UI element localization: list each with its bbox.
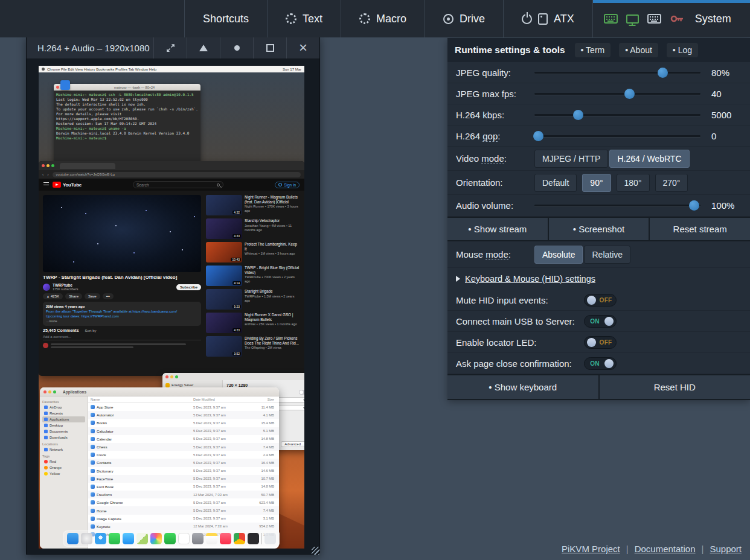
slider-knob[interactable]	[658, 68, 668, 78]
mode-hint-link[interactable]: mode	[486, 249, 508, 260]
toggle-knob	[587, 338, 596, 347]
orientation-row: Orientation: Default 90° 180° 270°	[447, 171, 750, 195]
slider-knob[interactable]	[624, 89, 635, 99]
file-date: 5 Dec 2023, 9:37 am	[193, 453, 249, 457]
nav-atx-label: ATX	[554, 13, 574, 25]
fullscreen-button[interactable]	[153, 37, 187, 59]
file-row: Automator 5 Dec 2023, 9:37 am 4.1 MB	[88, 411, 279, 419]
folder-icon	[44, 412, 48, 415]
nav-item-atx[interactable]: ATX	[503, 0, 592, 37]
terminal-output: Machine-mini:~ mateusz$ ssh -L 8080:loca…	[54, 91, 200, 142]
signin-label: Sign in	[284, 183, 296, 187]
folder-icon	[44, 406, 48, 409]
video-mode-h264-button[interactable]: H.264 / WebRTC	[609, 150, 689, 168]
jpeg-quality-slider[interactable]	[534, 68, 700, 78]
slider-knob[interactable]	[533, 131, 543, 141]
window-resize-handle[interactable]	[312, 547, 319, 555]
action-pill: •••	[103, 293, 114, 299]
gop-hint-link[interactable]: gop	[482, 131, 498, 142]
drive-icon	[443, 14, 454, 24]
orientation-270-button[interactable]: 270°	[655, 174, 688, 192]
screenshot-button[interactable]: • Screenshot	[549, 218, 649, 240]
action-pill: Share	[65, 293, 82, 299]
video-stream[interactable]: Chrome File Edit View History Bookmarks …	[39, 66, 304, 549]
video-thumbnail: 4:32	[206, 195, 242, 215]
file-name: Automator	[97, 413, 193, 417]
minimize-traffic-icon	[170, 375, 173, 378]
orientation-label: Orientation:	[456, 177, 527, 188]
file-size: 3.1 MB	[249, 517, 277, 520]
nav-item-shortcuts[interactable]: Shortcuts	[184, 0, 267, 37]
support-link[interactable]: Support	[710, 544, 742, 554]
finder-sidebar-item: Downloads	[42, 434, 85, 441]
search-icon	[217, 183, 220, 186]
documentation-link[interactable]: Documentation	[635, 544, 696, 554]
stream-window-title: H.264 + Audio – 1920x1080	[27, 37, 153, 59]
log-button[interactable]: • Log	[667, 43, 698, 57]
term-button[interactable]: • Term	[575, 43, 611, 57]
locator-led-toggle[interactable]: OFF	[584, 336, 617, 349]
show-more-link: ...more	[46, 319, 198, 323]
column-date: Date Modified	[193, 398, 249, 401]
settings-titlebar	[162, 373, 304, 380]
mouse-absolute-button[interactable]: Absolute	[534, 246, 583, 264]
reset-hid-button[interactable]: Reset HID	[600, 375, 750, 399]
stream-window: H.264 + Audio – 1920x1080 Chrome File Ed…	[26, 36, 320, 555]
pikvm-project-link[interactable]: PiKVM Project	[562, 544, 620, 554]
tag-dot-icon	[44, 466, 48, 469]
h264-gop-slider[interactable]	[534, 131, 700, 141]
fit-window-button[interactable]	[187, 37, 220, 59]
related-video-item: 4:33 Starship Velociraptor Jonathan Youn…	[206, 218, 300, 239]
orientation-180-button[interactable]: 180°	[617, 174, 650, 192]
dock-separator	[261, 533, 262, 544]
locations-list: Network	[42, 447, 85, 453]
jpeg-max-fps-slider[interactable]	[534, 89, 700, 99]
h264-kbps-slider[interactable]	[534, 110, 700, 120]
nav-item-macro[interactable]: Macro	[341, 0, 425, 37]
sidebar-item-label: Desktop	[50, 424, 63, 427]
about-button[interactable]: • About	[619, 43, 658, 57]
slider-knob[interactable]	[689, 200, 699, 211]
show-keyboard-button[interactable]: • Show keyboard	[447, 375, 598, 399]
connect-usb-toggle[interactable]: ON	[584, 315, 617, 328]
mute-hid-toggle[interactable]: OFF	[584, 294, 617, 307]
mode-hint-link[interactable]: mode	[481, 153, 504, 164]
tag-dot-icon	[44, 472, 48, 476]
locator-led-label: Enable locator LED:	[456, 337, 584, 348]
file-row: Font Book 5 Dec 2023, 9:37 am 14.8 MB	[88, 483, 279, 491]
nav-item-drive[interactable]: Drive	[425, 0, 503, 37]
related-video-title: Starlight Brigade	[245, 289, 300, 294]
show-stream-button[interactable]: • Show stream	[447, 218, 548, 240]
file-date: 5 Dec 2023, 9:37 am	[193, 406, 249, 409]
nav-item-system[interactable]: System	[592, 0, 750, 37]
reset-stream-button[interactable]: Reset stream	[650, 218, 750, 240]
close-confirmation-toggle[interactable]: ON	[584, 357, 617, 370]
top-navbar: Shortcuts Text Macro Drive ATX System	[0, 0, 750, 37]
video-duration-badge: 4:14	[232, 281, 241, 285]
original-size-button[interactable]	[220, 37, 253, 59]
audio-volume-slider[interactable]	[534, 200, 700, 211]
terminal-line: Machine-mini:~ mateusz$	[56, 136, 198, 141]
file-size: 623.4 MB	[249, 501, 277, 504]
orientation-90-button[interactable]: 90°	[582, 174, 611, 192]
maximize-button[interactable]	[253, 37, 286, 59]
nav-item-text[interactable]: Text	[267, 0, 341, 37]
finder-sidebar-item: Desktop	[42, 422, 85, 428]
file-row: Home 5 Dec 2023, 9:37 am 7.4 MB	[88, 506, 279, 514]
file-row: Chess 5 Dec 2023, 9:37 am 7.4 MB	[88, 443, 279, 451]
dock-icon	[150, 533, 162, 544]
close-button[interactable]	[286, 37, 319, 59]
mouse-relative-button[interactable]: Relative	[584, 246, 630, 264]
video-mode-mjpeg-button[interactable]: MJPEG / HTTP	[534, 150, 608, 168]
browser-tab-strip	[39, 161, 304, 170]
stream-titlebar[interactable]: H.264 + Audio – 1920x1080	[27, 37, 319, 59]
hid-settings-row: Keyboard & Mouse (HID) settings	[447, 268, 750, 290]
sidebar-item-label: Downloads	[50, 436, 68, 439]
file-row: Contacts 5 Dec 2023, 9:37 am 16.4 MB	[88, 459, 279, 466]
file-size: 14.8 MB	[249, 437, 277, 441]
video-duration-badge: 3:52	[232, 352, 241, 355]
slider-knob[interactable]	[573, 110, 583, 120]
mute-hid-label: Mute HID input events:	[456, 295, 584, 305]
hid-settings-link[interactable]: Keyboard & Mouse (HID) settings	[465, 274, 595, 284]
orientation-default-button[interactable]: Default	[534, 174, 577, 192]
